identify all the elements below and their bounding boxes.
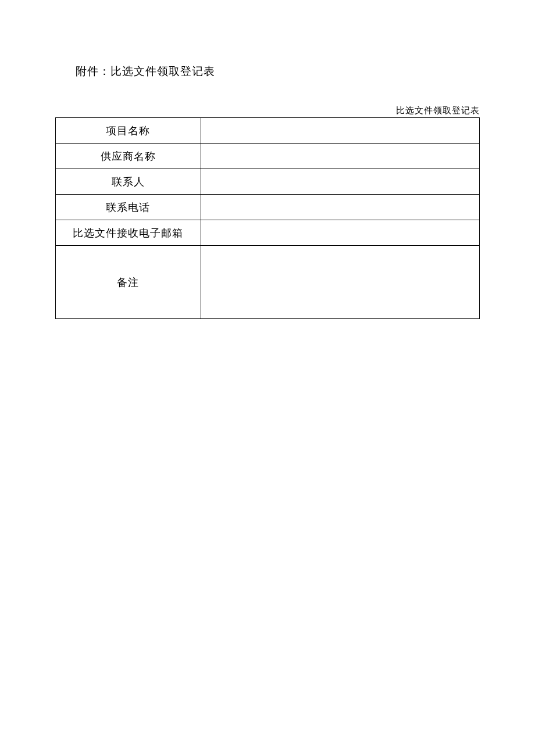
row-label-remarks: 备注 [56,246,201,319]
table-row: 联系人 [56,169,480,195]
row-value-project-name [201,118,479,144]
table-caption: 比选文件领取登记表 [0,105,480,116]
registration-form-table: 项目名称 供应商名称 联系人 联系电话 比选文件接收电子邮箱 备注 [55,117,480,319]
row-label-contact-phone: 联系电话 [56,195,201,220]
row-value-supplier-name [201,144,479,169]
row-label-contact-person: 联系人 [56,169,201,195]
row-value-contact-phone [201,195,479,220]
table-row: 供应商名称 [56,144,480,169]
row-label-supplier-name: 供应商名称 [56,144,201,169]
table-row: 比选文件接收电子邮箱 [56,220,480,246]
table-row: 备注 [56,246,480,319]
row-value-remarks [201,246,479,319]
row-value-email [201,220,479,246]
row-value-contact-person [201,169,479,195]
row-label-email: 比选文件接收电子邮箱 [56,220,201,246]
attachment-title: 附件：比选文件领取登记表 [76,64,535,79]
row-label-project-name: 项目名称 [56,118,201,144]
table-row: 项目名称 [56,118,480,144]
table-row: 联系电话 [56,195,480,220]
